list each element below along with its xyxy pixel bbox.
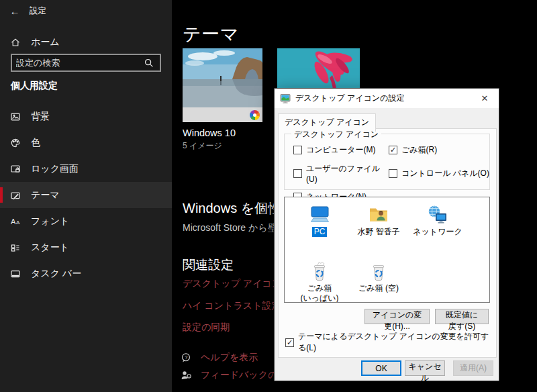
display-settings-icon	[280, 93, 291, 104]
feedback-person-icon	[181, 370, 192, 381]
icon-action-buttons: アイコンの変更(H)... 既定値に戻す(S)	[364, 309, 489, 324]
checkbox-box[interactable]	[389, 169, 397, 178]
sidebar-item-taskbar[interactable]: タスク バー	[0, 260, 172, 287]
checkbox-label: コンピューター(M)	[306, 144, 375, 156]
sidebar-item-colors[interactable]: 色	[0, 130, 172, 156]
start-icon	[10, 242, 21, 253]
theme-name: Windows 10	[183, 128, 262, 138]
restore-default-button[interactable]: 既定値に戻す(S)	[435, 309, 489, 324]
sidebar-item-themes[interactable]: テーマ	[0, 182, 172, 208]
checkbox-computer[interactable]: コンピューター(M)	[293, 144, 389, 156]
list-item-pc[interactable]: PC	[290, 204, 349, 260]
page-title: テーマ	[183, 22, 239, 46]
themes-icon	[10, 190, 21, 201]
sidebar-item-start[interactable]: スタート	[0, 234, 172, 260]
sidebar-item-label: タスク バー	[31, 268, 81, 280]
list-item-label: 水野 智香子	[357, 227, 399, 237]
desktop-icon-settings-dialog: デスクトップ アイコンの設定 ✕ デスクトップ アイコン デスクトップ アイコン…	[274, 88, 499, 381]
apply-button: 適用(A)	[453, 360, 493, 376]
search-icon[interactable]	[144, 58, 154, 68]
dialog-tabs: デスクトップ アイコン	[278, 113, 376, 128]
network-icon	[427, 204, 448, 226]
list-item-label: ネットワーク	[413, 227, 462, 237]
checkbox-label: ユーザーのファイル(U)	[306, 163, 389, 184]
search-box[interactable]	[11, 54, 161, 72]
sidebar-item-label: スタート	[31, 242, 69, 254]
allow-theme-change-checkbox[interactable]: テーマによるデスクトップ アイコンの変更を許可する(L)	[285, 331, 496, 354]
list-item-recycle-bin-full[interactable]: ごみ箱 (いっぱい)	[290, 260, 349, 303]
theme-meta: 5 イメージ	[183, 140, 262, 152]
checkbox-label: コントロール パネル(O)	[401, 168, 489, 179]
titlebar: ← 設定	[0, 0, 172, 21]
settings-window: ← 設定 ホーム 個人用設定 背景	[0, 0, 537, 392]
theme-card-windows10[interactable]: Windows 10 5 イメージ	[183, 48, 262, 152]
color-wheel-icon	[250, 110, 260, 120]
change-icon-button[interactable]: アイコンの変更(H)...	[364, 309, 430, 324]
checkbox-control-panel[interactable]: コントロール パネル(O)	[389, 163, 489, 184]
recycle-bin-empty-icon	[368, 260, 389, 282]
list-item-label: PC	[312, 227, 328, 237]
svg-text:?: ?	[185, 354, 187, 360]
checkbox-user-files[interactable]: ユーザーのファイル(U)	[293, 163, 389, 184]
checkbox-box[interactable]	[389, 146, 397, 154]
link-high-contrast-settings[interactable]: ハイ コントラスト設定	[183, 300, 281, 312]
theme-thumbnail-beach[interactable]	[183, 48, 262, 122]
back-arrow-icon[interactable]: ←	[0, 5, 30, 17]
dialog-titlebar: デスクトップ アイコンの設定 ✕	[275, 89, 499, 108]
fonts-icon: A A	[10, 216, 21, 227]
list-item-label: ごみ箱 (空)	[358, 283, 399, 293]
user-folder-icon	[368, 204, 389, 226]
sidebar-item-label: 色	[31, 137, 40, 149]
checkbox-recycle-bin[interactable]: ごみ箱(R)	[389, 144, 489, 156]
list-item-label: ごみ箱 (いっぱい)	[300, 283, 338, 303]
sidebar-section-label: 個人用設定	[11, 80, 58, 92]
sidebar-item-lock-screen[interactable]: ロック画面	[0, 156, 172, 182]
checkbox-label: テーマによるデスクトップ アイコンの変更を許可する(L)	[298, 331, 496, 354]
recycle-bin-full-icon	[309, 260, 330, 282]
search-input[interactable]	[12, 58, 144, 68]
lock-screen-icon	[10, 164, 21, 175]
list-item-network[interactable]: ネットワーク	[408, 204, 467, 260]
colors-palette-icon	[10, 138, 21, 148]
sidebar: ← 設定 ホーム 個人用設定 背景	[0, 0, 172, 392]
sidebar-item-home[interactable]: ホーム	[0, 31, 172, 54]
tab-desktop-icons[interactable]: デスクトップ アイコン	[278, 113, 376, 132]
list-item-user-files[interactable]: 水野 智香子	[349, 204, 408, 260]
pc-icon	[309, 204, 330, 226]
checkbox-box[interactable]	[285, 338, 294, 347]
sidebar-item-label: ロック画面	[31, 163, 79, 175]
icon-listbox[interactable]: PC 水野 智香子	[284, 197, 490, 303]
taskbar-icon	[10, 268, 21, 279]
beach-photo-image	[183, 48, 262, 107]
checkbox-box[interactable]	[293, 169, 302, 178]
sidebar-item-label: フォント	[31, 215, 69, 228]
theme-card-strip	[183, 107, 262, 122]
home-icon	[10, 37, 21, 48]
dialog-buttons: OK キャンセル 適用(A)	[361, 360, 493, 376]
close-icon[interactable]: ✕	[471, 89, 499, 108]
help-chat-icon: ?	[181, 352, 192, 364]
checkbox-box[interactable]	[293, 146, 302, 154]
related-settings-title: 関連設定	[183, 256, 234, 274]
sidebar-nav: 背景 色 ロック画面	[0, 103, 172, 287]
app-title: 設定	[30, 5, 46, 17]
svg-text:A: A	[11, 217, 16, 226]
sidebar-item-label: ホーム	[31, 36, 60, 48]
checkbox-label: ごみ箱(R)	[401, 144, 437, 156]
checkbox-grid: コンピューター(M) ごみ箱(R) ユーザーのファイル(U) コントロール パネ…	[285, 134, 489, 203]
dialog-tab-page: デスクトップ アイコン コンピューター(M) ごみ箱(R) ユーザーのファイル(…	[278, 128, 497, 358]
ok-button[interactable]: OK	[361, 360, 401, 376]
dialog-title: デスクトップ アイコンの設定	[295, 93, 404, 104]
list-item-recycle-bin-empty[interactable]: ごみ箱 (空)	[349, 260, 408, 303]
desktop-icons-groupbox: デスクトップ アイコン コンピューター(M) ごみ箱(R) ユーザーのファイル(…	[284, 134, 490, 190]
sidebar-item-background[interactable]: 背景	[0, 103, 172, 130]
help-link-label: ヘルプを表示	[201, 352, 258, 364]
cancel-button[interactable]: キャンセル	[405, 360, 445, 376]
link-sync-settings[interactable]: 設定の同期	[183, 322, 230, 334]
background-image-icon	[10, 111, 21, 122]
svg-text:A: A	[16, 219, 20, 226]
sidebar-item-label: 背景	[31, 111, 50, 123]
sidebar-item-fonts[interactable]: A A フォント	[0, 208, 172, 234]
sidebar-item-label: テーマ	[31, 189, 60, 201]
help-link[interactable]: ? ヘルプを表示	[181, 352, 258, 364]
